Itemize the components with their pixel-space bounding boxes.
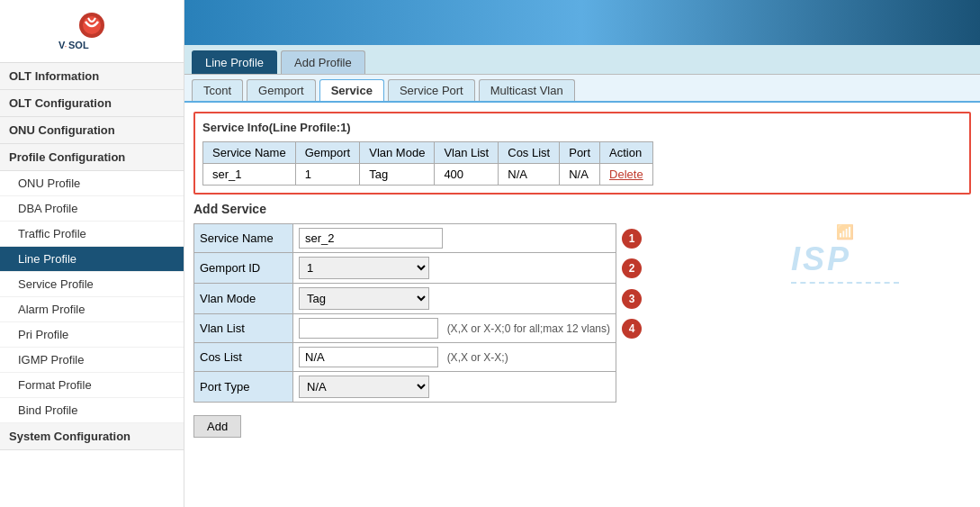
sidebar-item-traffic-profile[interactable]: Traffic Profile [0, 222, 184, 247]
sub-tab-tcont[interactable]: Tcont [192, 79, 243, 101]
sidebar-item-system-configuration[interactable]: System Configuration [0, 423, 184, 450]
logo-area: V · SOL [0, 0, 184, 63]
cell-vlan-mode: Tag [360, 164, 435, 186]
sub-tab-gemport[interactable]: Gemport [247, 79, 316, 101]
cell-gemport: 1 [295, 164, 360, 186]
svg-text:SOL: SOL [68, 40, 89, 50]
col-header-vlan-mode: Vlan Mode [360, 142, 435, 164]
vlan-list-input[interactable] [299, 318, 438, 339]
cell-vlan-list: 400 [435, 164, 499, 186]
number-circle-2: 2 [622, 258, 642, 278]
main-tab-bar: Line Profile Add Profile [184, 45, 980, 75]
input-cell-cos-list: (X,X or X-X;) [293, 343, 616, 372]
cell-cos-list: N/A [499, 164, 560, 186]
port-type-select[interactable]: N/A ETH POTS [299, 376, 429, 398]
sidebar-item-service-profile[interactable]: Service Profile [0, 272, 184, 297]
sidebar-item-dba-profile[interactable]: DBA Profile [0, 196, 184, 222]
form-row-cos-list: Cos List (X,X or X-X;) [194, 343, 648, 372]
label-gemport-id: Gemport ID [194, 253, 293, 284]
num-circle-4-cell: 4 [616, 314, 648, 343]
sidebar-item-line-profile[interactable]: Line Profile [0, 247, 184, 272]
input-cell-service-name [293, 224, 616, 253]
vsol-logo: V · SOL [42, 9, 141, 54]
isp-watermark: 📶 ISP [791, 223, 899, 284]
label-vlan-mode: Vlan Mode [194, 284, 293, 314]
tab-add-profile[interactable]: Add Profile [281, 50, 365, 74]
col-header-action: Action [600, 142, 653, 164]
content-area: Line Profile Add Profile Tcont Gemport S… [184, 45, 980, 507]
add-service-section: Add Service 📶 ISP Service Name [184, 202, 980, 447]
service-info-table: Service Name Gemport Vlan Mode Vlan List… [202, 141, 653, 186]
col-header-cos-list: Cos List [499, 142, 560, 164]
add-service-button[interactable]: Add [193, 415, 241, 438]
sidebar-item-bind-profile[interactable]: Bind Profile [0, 398, 184, 423]
cell-service-name: ser_1 [203, 164, 296, 186]
input-cell-gemport-id: 1 2 3 4 [293, 253, 616, 284]
col-header-gemport: Gemport [295, 142, 360, 164]
cos-list-hint: (X,X or X-X;) [447, 351, 508, 364]
sidebar-item-olt-configuration[interactable]: OLT Configuration [0, 90, 184, 117]
cos-list-input[interactable] [299, 347, 438, 367]
sub-tab-bar: Tcont Gemport Service Service Port Multi… [184, 75, 980, 103]
sidebar-item-format-profile[interactable]: Format Profile [0, 373, 184, 398]
col-header-port: Port [560, 142, 600, 164]
svg-text:·: · [65, 43, 67, 50]
form-wrapper: 📶 ISP Service Name 1 [193, 223, 971, 438]
sidebar-item-onu-profile[interactable]: ONU Profile [0, 171, 184, 196]
tab-line-profile[interactable]: Line Profile [192, 50, 277, 74]
cell-port: N/A [560, 164, 600, 186]
input-cell-vlan-mode: Tag Transparent Translate [293, 284, 616, 314]
form-row-gemport-id: Gemport ID 1 2 3 4 2 [194, 253, 648, 284]
label-vlan-list: Vlan List [194, 314, 293, 343]
sidebar-item-olt-information[interactable]: OLT Information [0, 63, 184, 90]
vlan-list-hint: (X,X or X-X;0 for all;max 12 vlans) [447, 322, 610, 335]
num-circle-2-cell: 2 [616, 253, 648, 284]
form-row-vlan-list: Vlan List (X,X or X-X;0 for all;max 12 v… [194, 314, 648, 343]
service-name-input[interactable] [299, 228, 443, 249]
number-circle-4: 4 [622, 319, 642, 339]
col-header-vlan-list: Vlan List [435, 142, 499, 164]
form-row-vlan-mode: Vlan Mode Tag Transparent Translate 3 [194, 284, 648, 314]
sidebar-item-pri-profile[interactable]: Pri Profile [0, 322, 184, 348]
number-circle-3: 3 [622, 289, 642, 309]
sidebar-item-igmp-profile[interactable]: IGMP Profile [0, 348, 184, 373]
sidebar: V · SOL OLT Information OLT Configuratio… [0, 0, 184, 507]
input-cell-vlan-list: (X,X or X-X;0 for all;max 12 vlans) [293, 314, 616, 343]
input-cell-port-type: N/A ETH POTS [293, 372, 616, 403]
add-service-title: Add Service [193, 202, 971, 216]
number-circle-1: 1 [622, 229, 642, 249]
num-circle-1-cell: 1 [616, 224, 648, 253]
add-service-form: Service Name 1 Gemport ID [193, 223, 648, 403]
sub-tab-service-port[interactable]: Service Port [388, 79, 475, 101]
top-bar [184, 0, 980, 45]
sidebar-item-onu-configuration[interactable]: ONU Configuration [0, 117, 184, 144]
form-row-port-type: Port Type N/A ETH POTS [194, 372, 648, 403]
gemport-id-select[interactable]: 1 2 3 4 [299, 257, 429, 279]
label-service-name: Service Name [194, 224, 293, 253]
label-cos-list: Cos List [194, 343, 293, 372]
sub-tab-service[interactable]: Service [319, 79, 384, 101]
col-header-service-name: Service Name [203, 142, 296, 164]
label-port-type: Port Type [194, 372, 293, 403]
sidebar-item-profile-configuration[interactable]: Profile Configuration [0, 144, 184, 171]
sub-tab-multicast-vlan[interactable]: Multicast Vlan [479, 79, 575, 101]
sidebar-nav: OLT Information OLT Configuration ONU Co… [0, 63, 184, 507]
service-info-title: Service Info(Line Profile:1) [202, 121, 962, 134]
delete-link[interactable]: Delete [609, 167, 643, 181]
num-circle-3-cell: 3 [616, 284, 648, 314]
vlan-mode-select[interactable]: Tag Transparent Translate [299, 287, 429, 310]
add-button-container: Add [193, 410, 971, 438]
table-row: ser_1 1 Tag 400 N/A N/A Delete [203, 164, 653, 186]
form-row-service-name: Service Name 1 [194, 224, 648, 253]
sidebar-item-alarm-profile[interactable]: Alarm Profile [0, 297, 184, 322]
service-info-box: Service Info(Line Profile:1) Service Nam… [193, 112, 971, 195]
cell-action[interactable]: Delete [600, 164, 653, 186]
main-content: Line Profile Add Profile Tcont Gemport S… [184, 0, 980, 507]
